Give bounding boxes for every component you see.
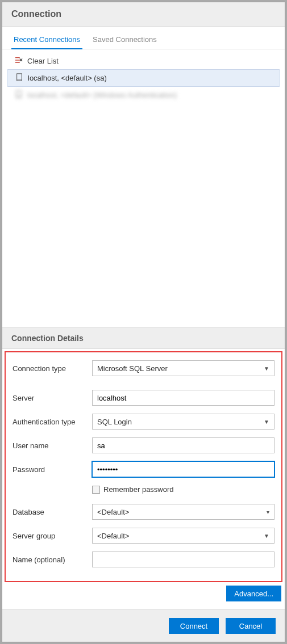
server-group-value: <Default> (97, 532, 129, 540)
connection-type-select[interactable]: Microsoft SQL Server ▼ (92, 360, 274, 376)
connection-item-label: localhost, <default> (sa) (28, 74, 107, 82)
details-section-title: Connection Details (2, 327, 285, 349)
label-server: Server (13, 394, 92, 402)
connect-button[interactable]: Connect (169, 618, 219, 634)
chevron-down-icon: ▾ (267, 509, 269, 515)
auth-type-value: SQL Login (97, 418, 132, 426)
label-connection-type: Connection type (13, 364, 92, 373)
username-input[interactable] (92, 437, 274, 453)
details-form: Connection type Microsoft SQL Server ▼ S… (5, 351, 282, 582)
server-icon (15, 73, 23, 83)
tab-recent-connections[interactable]: Recent Connections (11, 32, 82, 49)
clear-list-label: Clear List (27, 57, 59, 65)
connection-item[interactable]: localhost, <default> (sa) (7, 69, 280, 87)
tab-saved-connections[interactable]: Saved Connections (90, 32, 159, 49)
remember-password-label: Remember password (103, 485, 174, 494)
cancel-button[interactable]: Cancel (226, 618, 276, 634)
connection-dialog: Connection Recent Connections Saved Conn… (2, 2, 285, 642)
connection-item[interactable]: localhost, <default> (Windows Authentica… (7, 87, 280, 103)
clear-list-button[interactable]: Clear List (7, 53, 280, 69)
connections-list: Clear List localhost, <default> (sa) loc… (2, 49, 285, 327)
dialog-footer: Connect Cancel (2, 609, 285, 642)
chevron-down-icon: ▼ (264, 533, 269, 539)
advanced-button[interactable]: Advanced... (226, 586, 281, 601)
svg-rect-5 (17, 74, 22, 81)
label-name: Name (optional) (13, 555, 92, 564)
server-icon (15, 90, 23, 100)
label-password: Password (13, 465, 92, 474)
database-select[interactable]: <Default> ▾ (92, 504, 274, 520)
chevron-down-icon: ▼ (264, 419, 269, 425)
remember-password-checkbox[interactable] (92, 486, 100, 494)
advanced-row: Advanced... (2, 584, 285, 609)
svg-rect-7 (16, 91, 22, 98)
label-database: Database (13, 508, 92, 516)
dialog-title: Connection (2, 2, 285, 27)
password-input[interactable] (92, 461, 274, 477)
auth-type-select[interactable]: SQL Login ▼ (92, 414, 274, 430)
clear-list-icon (15, 56, 23, 66)
chevron-down-icon: ▼ (264, 365, 269, 372)
name-input[interactable] (92, 552, 274, 567)
connection-type-value: Microsoft SQL Server (97, 364, 168, 373)
label-username: User name (13, 441, 92, 450)
database-value: <Default> (97, 508, 129, 516)
server-group-select[interactable]: <Default> ▼ (92, 528, 274, 544)
tabs-bar: Recent Connections Saved Connections (2, 27, 285, 49)
connection-item-label: localhost, <default> (Windows Authentica… (27, 91, 177, 99)
label-server-group: Server group (13, 532, 92, 540)
label-auth-type: Authentication type (13, 418, 92, 426)
server-input[interactable] (92, 390, 274, 406)
